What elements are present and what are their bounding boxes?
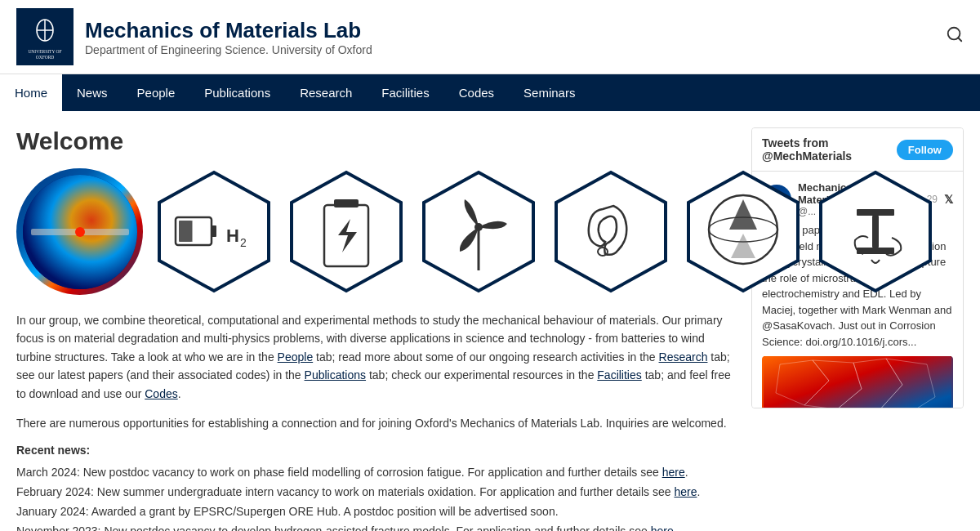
hex-item-fem	[16, 168, 143, 295]
news-item-4: November 2023: New postdoc vacancy to de…	[16, 522, 735, 531]
news-item-2: February 2024: New summer undergraduate …	[16, 483, 735, 502]
twitter-header-text: Tweets from @MechMaterials	[762, 136, 897, 163]
svg-line-7	[958, 38, 961, 41]
hex-item-bio	[550, 168, 672, 295]
svg-text:H: H	[226, 225, 239, 246]
hex-item-wind	[417, 168, 540, 295]
svg-text:OXFORD: OXFORD	[36, 55, 55, 60]
codes-link[interactable]: Codes	[145, 387, 177, 400]
search-icon[interactable]	[946, 25, 964, 48]
svg-text:2: 2	[240, 236, 247, 249]
nav-people[interactable]: People	[122, 74, 190, 111]
nav-codes[interactable]: Codes	[444, 74, 509, 111]
people-link[interactable]: People	[278, 350, 314, 364]
x-icon: 𝕏	[944, 193, 953, 206]
svg-rect-15	[179, 221, 192, 242]
welcome-title: Welcome	[16, 127, 735, 155]
hex-icons-strip: H 2	[16, 168, 735, 295]
page-header: UNIVERSITY OF OXFORD Mechanics of Materi…	[0, 0, 980, 74]
twitter-header: Tweets from @MechMaterials Follow	[752, 128, 963, 171]
follow-button[interactable]: Follow	[897, 140, 953, 160]
nav-research[interactable]: Research	[285, 74, 367, 111]
fem-image	[16, 168, 143, 295]
nav-seminars[interactable]: Seminars	[509, 74, 590, 111]
site-subtitle: Department of Engineering Science. Unive…	[85, 43, 372, 56]
oxford-logo: UNIVERSITY OF OXFORD	[16, 8, 74, 65]
site-title: Mechanics of Materials Lab Department of…	[85, 18, 372, 56]
facilities-link[interactable]: Facilities	[597, 368, 641, 382]
hex-item-battery-h2: H 2	[153, 168, 275, 295]
svg-rect-14	[212, 225, 216, 237]
news-title: Recent news:	[16, 444, 735, 457]
content-area: Welcome	[16, 127, 735, 531]
hex-item-recycling	[814, 168, 937, 295]
nav-news[interactable]: News	[62, 74, 122, 111]
news-item-1: March 2024: New postdoc vacancy to work …	[16, 463, 735, 483]
hex-item-globe	[682, 168, 804, 295]
description-text: In our group, we combine theoretical, co…	[16, 311, 735, 403]
svg-rect-36	[872, 216, 879, 248]
logo-area: UNIVERSITY OF OXFORD Mechanics of Materi…	[16, 8, 372, 65]
svg-text:UNIVERSITY OF: UNIVERSITY OF	[28, 49, 61, 54]
news-item-3: January 2024: Awarded a grant by EPSRC/S…	[16, 502, 735, 522]
svg-rect-21	[334, 199, 359, 207]
tweet-image	[762, 356, 953, 408]
svg-rect-34	[857, 209, 894, 216]
svg-marker-26	[556, 172, 666, 291]
site-name: Mechanics of Materials Lab	[85, 18, 372, 43]
nav-publications[interactable]: Publications	[189, 74, 285, 111]
news-link-2[interactable]: here	[674, 485, 697, 498]
research-link[interactable]: Research	[659, 350, 708, 364]
description-line2: There are numerous opportunities for est…	[16, 414, 735, 432]
news-link-4[interactable]: here	[651, 524, 674, 531]
news-link-1[interactable]: here	[662, 466, 685, 479]
hex-item-lightning	[285, 168, 408, 295]
recent-news: Recent news: March 2024: New postdoc vac…	[16, 444, 735, 531]
svg-point-11	[75, 227, 85, 237]
svg-marker-28	[688, 172, 798, 291]
nav-facilities[interactable]: Facilities	[367, 74, 443, 111]
main-container: Welcome	[0, 111, 980, 531]
nav-home[interactable]: Home	[0, 74, 62, 111]
navbar: Home News People Publications Research F…	[0, 74, 980, 111]
publications-link[interactable]: Publications	[305, 368, 367, 382]
